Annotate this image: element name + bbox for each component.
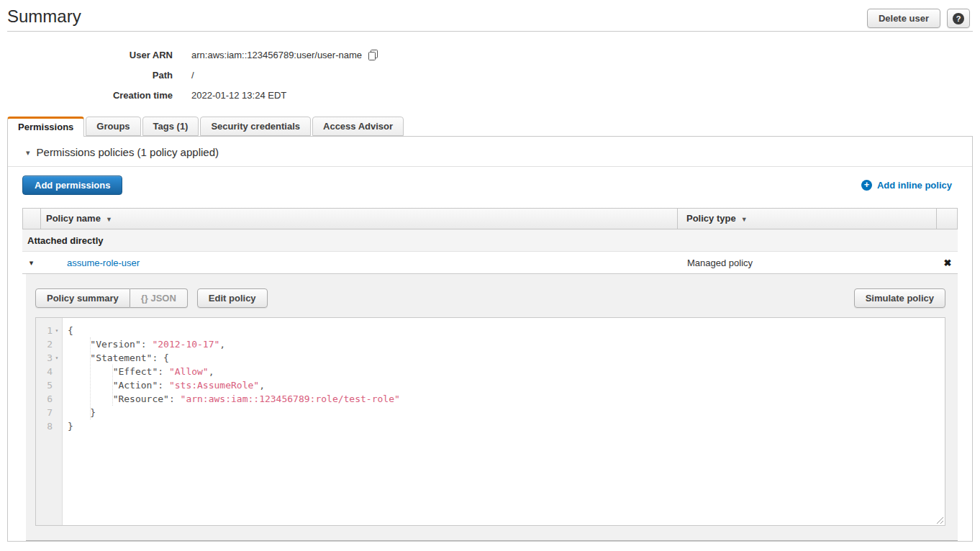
policy-name-link[interactable]: assume-role-user bbox=[67, 258, 140, 268]
code-token: } bbox=[68, 407, 96, 418]
actions-row: Add permissions + Add inline policy bbox=[8, 167, 972, 195]
info-row: Path/ bbox=[0, 65, 980, 85]
fold-icon[interactable]: ▾ bbox=[53, 355, 61, 361]
info-value: arn:aws:iam::123456789:user/user-name bbox=[191, 50, 362, 60]
policy-name-header-label: Policy name bbox=[46, 213, 101, 224]
line-number: 4 bbox=[47, 366, 53, 377]
copy-icon[interactable] bbox=[368, 49, 378, 60]
table-header-row: Policy name▼ Policy type▼ bbox=[22, 208, 958, 229]
json-view-button[interactable]: {} JSON bbox=[130, 288, 188, 308]
code-token: , bbox=[209, 366, 214, 377]
code-token: : bbox=[158, 380, 169, 391]
info-label: User ARN bbox=[0, 50, 173, 60]
policy-name-column-header[interactable]: Policy name▼ bbox=[41, 209, 678, 229]
sort-icon: ▼ bbox=[106, 216, 112, 223]
tabs: PermissionsGroupsTags (1)Security creden… bbox=[7, 117, 980, 136]
gutter-line: 3▾ bbox=[36, 351, 62, 365]
tab-permissions[interactable]: Permissions bbox=[7, 117, 84, 137]
editor-code-area: { "Version": "2012-10-17", "Statement": … bbox=[63, 318, 945, 525]
code-token: "2012-10-17" bbox=[152, 339, 219, 350]
edit-policy-button[interactable]: Edit policy bbox=[197, 288, 268, 308]
code-token: , bbox=[259, 380, 265, 391]
info-row: User ARNarn:aws:iam::123456789:user/user… bbox=[0, 45, 980, 65]
json-policy-editor[interactable]: 1▾23▾45678 { "Version": "2012-10-17", "S… bbox=[35, 317, 945, 526]
code-token: { bbox=[68, 325, 73, 336]
resize-handle[interactable] bbox=[935, 516, 944, 524]
code-token: } bbox=[68, 421, 73, 432]
fold-icon[interactable]: ▾ bbox=[53, 327, 61, 334]
code-line: { bbox=[68, 324, 945, 337]
row-expander[interactable]: ▾ bbox=[22, 258, 40, 268]
gutter-line: 6 bbox=[36, 392, 62, 406]
page-title: Summary bbox=[7, 0, 973, 27]
policy-detail-buttons: Policy summary {} JSON Edit policy Simul… bbox=[35, 288, 945, 308]
gutter-line: 5 bbox=[36, 378, 62, 392]
info-label: Creation time bbox=[0, 90, 173, 101]
permissions-policies-section-header[interactable]: ▾Permissions policies (1 policy applied) bbox=[8, 137, 972, 167]
info-value: / bbox=[191, 70, 194, 81]
policy-type-cell: Managed policy bbox=[679, 258, 938, 268]
line-number: 6 bbox=[47, 393, 53, 404]
policy-detail-panel: Policy summary {} JSON Edit policy Simul… bbox=[26, 274, 958, 541]
indent-guide bbox=[90, 337, 91, 419]
code-token: "Effect" bbox=[113, 366, 158, 377]
code-line: "Action": "sts:AssumeRole", bbox=[68, 378, 945, 392]
delete-user-button[interactable]: Delete user bbox=[867, 9, 940, 28]
info-row: Creation time2022-01-12 13:24 EDT bbox=[0, 85, 980, 105]
code-token: : bbox=[141, 339, 153, 350]
add-permissions-button[interactable]: Add permissions bbox=[22, 176, 122, 195]
code-token bbox=[68, 352, 90, 363]
code-line: "Resource": "arn:aws:iam::123456789:role… bbox=[68, 392, 945, 406]
add-inline-policy-link[interactable]: + Add inline policy bbox=[861, 180, 952, 191]
gutter-line: 7 bbox=[36, 406, 62, 419]
gutter-line: 4 bbox=[36, 365, 62, 378]
tab-groups[interactable]: Groups bbox=[86, 117, 140, 136]
view-toggle-group: Policy summary {} JSON bbox=[35, 288, 188, 308]
chevron-down-icon: ▾ bbox=[26, 148, 30, 158]
code-line: } bbox=[68, 419, 945, 433]
section-title: Permissions policies (1 policy applied) bbox=[37, 146, 219, 158]
header-buttons: Delete user ? bbox=[867, 9, 970, 28]
code-token: "Action" bbox=[113, 380, 158, 391]
code-token: "Statement" bbox=[90, 352, 152, 363]
info-label: Path bbox=[0, 70, 173, 81]
tab-security-credentials[interactable]: Security credentials bbox=[200, 117, 311, 136]
line-number: 2 bbox=[47, 339, 53, 350]
info-value: 2022-01-12 13:24 EDT bbox=[191, 90, 286, 101]
line-number: 7 bbox=[47, 407, 53, 418]
code-token: "Version" bbox=[90, 339, 140, 350]
indent-guide bbox=[112, 365, 113, 406]
code-token: : { bbox=[152, 352, 168, 363]
plus-icon: + bbox=[861, 180, 872, 191]
question-mark-icon: ? bbox=[953, 13, 964, 24]
line-number: 3 bbox=[47, 352, 53, 363]
permissions-panel: ▾Permissions policies (1 policy applied)… bbox=[7, 136, 973, 542]
policy-table: Policy name▼ Policy type▼ Attached direc… bbox=[22, 208, 958, 541]
table-row: ▾ assume-role-user Managed policy ✖ bbox=[22, 252, 958, 274]
policy-summary-button[interactable]: Policy summary bbox=[35, 288, 130, 308]
gutter-line: 2 bbox=[36, 337, 62, 351]
policy-type-column-header[interactable]: Policy type▼ bbox=[678, 209, 937, 229]
code-token: : bbox=[158, 366, 169, 377]
code-token bbox=[68, 339, 90, 350]
simulate-policy-button[interactable]: Simulate policy bbox=[854, 288, 945, 308]
policy-name-cell: assume-role-user bbox=[40, 258, 679, 268]
line-number: 8 bbox=[47, 421, 53, 432]
gutter-line: 8 bbox=[36, 419, 62, 433]
remove-policy-icon[interactable]: ✖ bbox=[938, 258, 958, 268]
code-line: "Version": "2012-10-17", bbox=[68, 337, 945, 351]
user-info: User ARNarn:aws:iam::123456789:user/user… bbox=[0, 45, 980, 105]
code-token: "sts:AssumeRole" bbox=[169, 380, 259, 391]
code-token: "arn:aws:iam::123456789:role/test-role" bbox=[181, 393, 400, 404]
group-row-attached-directly: Attached directly bbox=[22, 229, 958, 252]
add-inline-policy-label: Add inline policy bbox=[877, 180, 952, 191]
code-token: "Allow" bbox=[169, 366, 209, 377]
tab-access-advisor[interactable]: Access Advisor bbox=[312, 117, 404, 136]
editor-gutter: 1▾23▾45678 bbox=[36, 318, 63, 525]
tab-tags-1[interactable]: Tags (1) bbox=[142, 117, 199, 136]
code-token: : bbox=[169, 393, 181, 404]
code-line: "Effect": "Allow", bbox=[68, 365, 945, 378]
code-line: } bbox=[68, 406, 945, 419]
help-button[interactable]: ? bbox=[947, 9, 970, 28]
code-token: "Resource" bbox=[113, 393, 169, 404]
